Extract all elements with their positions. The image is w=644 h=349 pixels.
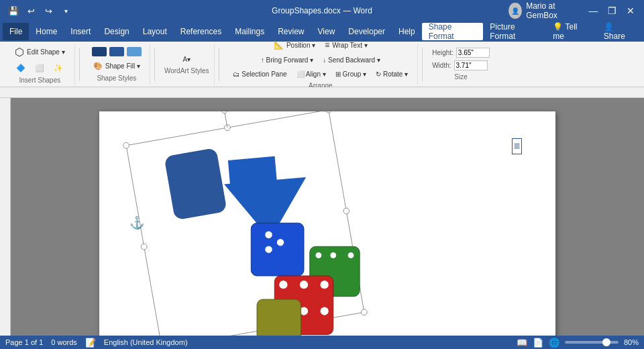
- page: ⚓ ≡ ↻: [99, 111, 555, 336]
- quick-access-dropdown[interactable]: ▾: [58, 3, 74, 19]
- ribbon-shape-effects[interactable]: ✨: [50, 62, 67, 74]
- undo-button[interactable]: ↩: [23, 3, 39, 19]
- svg-rect-13: [164, 148, 227, 220]
- svg-point-26: [321, 281, 329, 289]
- status-right: 📖 📄 🌐 80%: [517, 338, 639, 348]
- document-area[interactable]: ⚓ ≡ ↻: [11, 98, 644, 336]
- menu-bar-right: 💡 Tell me 👤 Share: [546, 23, 641, 40]
- style-swatch-2[interactable]: [109, 47, 124, 56]
- bring-forward-btn[interactable]: ↑ Bring Forward ▾: [257, 55, 317, 65]
- save-button[interactable]: 💾: [5, 3, 21, 19]
- menu-shape-format[interactable]: Shape Format: [422, 23, 484, 40]
- ribbon-group-shape-styles-label: Shape Styles: [97, 74, 136, 82]
- wordart-fill-btn[interactable]: A▾: [178, 54, 195, 64]
- page-indicator: Page 1 of 1: [5, 338, 43, 346]
- svg-point-12: [221, 111, 227, 113]
- menu-mailings[interactable]: Mailings: [228, 23, 271, 40]
- align-btn[interactable]: ⬜ Align ▾: [292, 69, 330, 79]
- share-button[interactable]: 👤 Share: [597, 23, 641, 40]
- redo-button[interactable]: ↪: [40, 3, 56, 19]
- title-bar: 💾 ↩ ↪ ▾ GroupShapes.docx — Word 👤 Mario …: [0, 0, 644, 21]
- vertical-ruler-svg: [0, 98, 11, 336]
- svg-rect-1: [0, 98, 11, 336]
- user-area[interactable]: 👤 Mario at GemBox: [504, 0, 583, 21]
- svg-point-21: [330, 252, 336, 258]
- menu-help[interactable]: Help: [392, 23, 422, 40]
- menu-review[interactable]: Review: [271, 23, 311, 40]
- zoom-slider[interactable]: [565, 341, 619, 344]
- svg-point-20: [316, 252, 322, 258]
- svg-point-7: [343, 207, 350, 214]
- menu-insert[interactable]: Insert: [64, 23, 97, 40]
- proofing-icon[interactable]: 📝: [85, 338, 96, 348]
- svg-rect-15: [251, 223, 304, 276]
- status-bar: Page 1 of 1 0 words 📝 English (United Ki…: [0, 336, 644, 349]
- svg-rect-30: [257, 299, 301, 336]
- print-layout-icon[interactable]: 📄: [533, 338, 543, 348]
- ribbon-group-insert-shapes-label: Insert Shapes: [19, 77, 61, 84]
- zoom-level: 80%: [624, 338, 639, 346]
- menu-file[interactable]: File: [3, 23, 29, 40]
- ribbon-group-wordart-label: WordArt Styles: [164, 67, 209, 74]
- restore-button[interactable]: ❐: [604, 1, 620, 20]
- ribbon: ⬡ Edit Shape ▾ 🔷 ⬜ ✨ Insert Shapes 🎨Shap…: [0, 42, 644, 87]
- menu-design[interactable]: Design: [97, 23, 136, 40]
- menu-view[interactable]: View: [311, 23, 342, 40]
- rotate-btn[interactable]: ↻ Rotate ▾: [372, 69, 412, 79]
- menu-picture-format[interactable]: Picture Format: [483, 23, 546, 40]
- svg-point-16: [265, 232, 272, 239]
- avatar: 👤: [508, 3, 522, 19]
- minimize-button[interactable]: —: [586, 1, 602, 20]
- svg-point-5: [325, 111, 332, 113]
- shape-fill-btn[interactable]: 🎨Shape Fill ▾: [89, 60, 144, 72]
- svg-point-18: [277, 239, 284, 246]
- width-input[interactable]: [454, 60, 488, 70]
- group-btn[interactable]: ⊞ Group ▾: [331, 69, 370, 79]
- ribbon-group-wordart: A▾ WordArt Styles: [159, 44, 215, 85]
- ribbon-edit-shape[interactable]: ⬡ Edit Shape ▾: [11, 44, 69, 60]
- svg-point-29: [321, 307, 329, 315]
- style-swatch-1[interactable]: [92, 47, 107, 56]
- window-title: GroupShapes.docx — Word: [140, 6, 504, 15]
- ribbon-group-size: Height: Width: Size: [427, 44, 495, 85]
- ribbon-sep-4: [422, 48, 423, 81]
- language-indicator[interactable]: English (United Kingdom): [104, 338, 188, 346]
- svg-point-6: [141, 244, 148, 250]
- position-btn[interactable]: 📐Position ▾: [270, 39, 319, 51]
- menu-developer[interactable]: Developer: [341, 23, 392, 40]
- svg-point-4: [224, 124, 231, 131]
- tell-me-button[interactable]: 💡 Tell me: [546, 23, 594, 40]
- height-input[interactable]: [456, 48, 490, 58]
- read-mode-icon[interactable]: 📖: [517, 338, 527, 348]
- main-area: ⚓ ≡ ↻: [0, 98, 644, 336]
- menu-layout[interactable]: Layout: [136, 23, 174, 40]
- username: Mario at GemBox: [526, 1, 579, 20]
- horizontal-ruler: [0, 87, 644, 98]
- svg-point-3: [123, 142, 129, 149]
- word-count: 0 words: [51, 338, 77, 346]
- style-swatch-3[interactable]: [127, 47, 142, 56]
- menu-references[interactable]: References: [174, 23, 228, 40]
- svg-rect-0: [17, 87, 644, 98]
- ribbon-sep-2: [154, 48, 155, 81]
- selection-pane-btn[interactable]: 🗂 Selection Pane: [229, 69, 290, 79]
- quick-access-toolbar: 💾 ↩ ↪ ▾: [5, 3, 74, 19]
- close-button[interactable]: ✕: [623, 1, 639, 20]
- shapes-svg: [99, 111, 555, 336]
- wrap-text-btn[interactable]: ≡Wrap Text ▾: [321, 39, 371, 51]
- send-backward-btn[interactable]: ↓ Send Backward ▾: [319, 55, 384, 65]
- vertical-ruler: [0, 98, 11, 336]
- ribbon-shape-outline[interactable]: ⬜: [31, 62, 48, 74]
- ribbon-sep-3: [219, 48, 219, 81]
- svg-point-22: [348, 252, 354, 258]
- zoom-thumb[interactable]: [602, 338, 610, 346]
- ribbon-shape-fill[interactable]: 🔷: [12, 62, 30, 74]
- status-left: Page 1 of 1 0 words 📝 English (United Ki…: [5, 338, 188, 348]
- title-bar-left: 💾 ↩ ↪ ▾: [5, 3, 140, 19]
- svg-point-25: [300, 281, 308, 289]
- ribbon-sep-1: [79, 48, 80, 81]
- menu-home[interactable]: Home: [29, 23, 64, 40]
- web-layout-icon[interactable]: 🌐: [549, 338, 559, 348]
- svg-point-24: [279, 281, 287, 289]
- svg-point-10: [361, 309, 368, 315]
